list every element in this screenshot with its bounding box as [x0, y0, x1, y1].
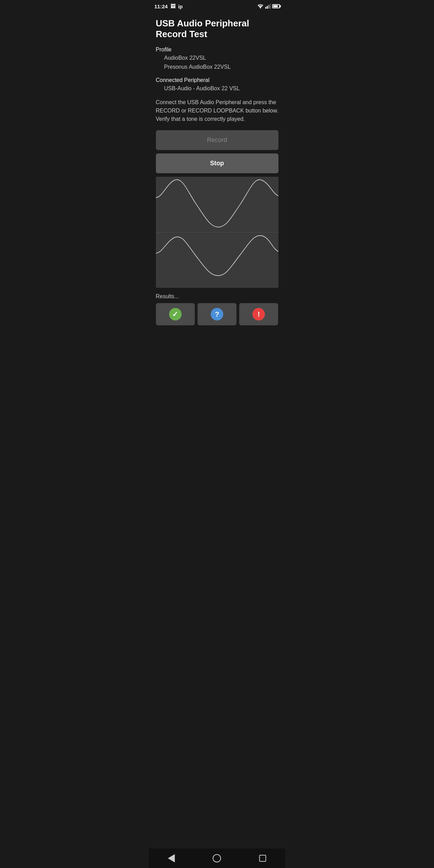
svg-rect-1: [265, 7, 266, 9]
waveform-container: [156, 177, 278, 288]
waveform-svg: [156, 177, 278, 288]
peripheral-section: Connected Peripheral USB-Audio - AudioBo…: [156, 77, 278, 93]
profile-line1: AudioBox 22VSL: [156, 53, 278, 62]
profile-section: Profile AudioBox 22VSL Presonus AudioBox…: [156, 47, 278, 71]
peripheral-label: Connected Peripheral: [156, 77, 278, 83]
profile-line2: Presonus AudioBox 22VSL: [156, 62, 278, 72]
results-label: Results...: [156, 293, 278, 300]
question-icon: ?: [211, 308, 223, 320]
profile-label: Profile: [156, 47, 278, 53]
results-buttons: ✓ ? !: [156, 303, 278, 325]
exclaim-icon: !: [252, 308, 265, 320]
main-content: USB Audio Peripheral Record Test Profile…: [149, 12, 285, 359]
svg-rect-3: [268, 5, 269, 9]
status-left: 11:24 🖼 ip: [155, 3, 183, 9]
photo-icon: 🖼: [170, 3, 175, 9]
status-bar: 11:24 🖼 ip: [149, 0, 285, 12]
page-title: USB Audio Peripheral Record Test: [156, 18, 278, 40]
result-exclaim-button[interactable]: !: [239, 303, 278, 325]
description-text: Connect the USB Audio Peripheral and pre…: [156, 98, 278, 123]
signal-icon: [265, 4, 271, 9]
svg-rect-2: [267, 6, 268, 9]
battery-icon: [272, 4, 280, 8]
wifi-icon: [257, 4, 264, 9]
record-button[interactable]: Record: [156, 130, 278, 150]
result-question-button[interactable]: ?: [198, 303, 236, 325]
check-icon: ✓: [169, 308, 182, 320]
stop-button[interactable]: Stop: [156, 153, 278, 173]
svg-point-0: [260, 8, 260, 8]
status-time: 11:24: [155, 3, 168, 9]
peripheral-value: USB-Audio - AudioBox 22 VSL: [156, 84, 278, 93]
status-right: [257, 4, 280, 9]
svg-rect-4: [270, 4, 271, 9]
result-check-button[interactable]: ✓: [156, 303, 195, 325]
network-label: ip: [178, 3, 183, 9]
